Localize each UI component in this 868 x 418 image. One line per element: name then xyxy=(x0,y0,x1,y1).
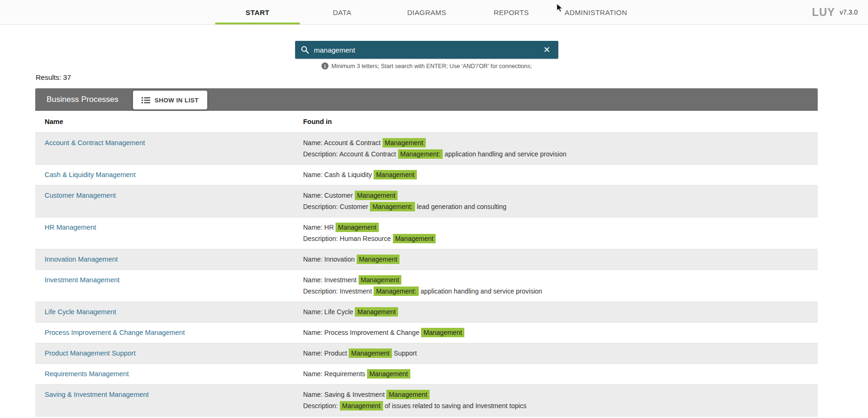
table-row: Innovation ManagementName: Innovation Ma… xyxy=(35,249,818,270)
show-in-list-button[interactable]: SHOW IN LIST xyxy=(133,91,207,109)
found-in-text: lead generation and consulting xyxy=(415,203,507,210)
table-row: Process Improvement & Change ManagementN… xyxy=(35,323,818,343)
column-header-found-in: Found in xyxy=(303,118,818,125)
section-title: Business Processes xyxy=(47,95,118,104)
found-in-line: Name: Account & Contract Management xyxy=(303,137,808,148)
app-logo: LUY xyxy=(812,6,835,19)
found-in-line: Name: Requirements Management xyxy=(303,368,808,379)
table-row: Product Management SupportName: Product … xyxy=(35,343,818,364)
found-in-text: Description: Investment xyxy=(303,287,374,295)
tab-diagrams[interactable]: DIAGRAMS xyxy=(384,0,469,24)
found-in-cell: Name: Customer ManagementDescription: Cu… xyxy=(303,190,818,212)
found-in-line: Name: Saving & Investment Management xyxy=(303,389,808,400)
search-term-highlight: Management xyxy=(393,234,436,243)
found-in-text: Name: Customer xyxy=(303,192,355,199)
found-in-line: Name: Product Management Support xyxy=(303,348,808,359)
found-in-cell: Name: Process Improvement & Change Manag… xyxy=(303,327,818,338)
section-header-bar: Business Processes SHOW IN LIST xyxy=(35,88,818,111)
search-term-highlight: Management xyxy=(374,170,417,179)
table-row: Investment ManagementName: Investment Ma… xyxy=(35,270,818,302)
clear-search-icon[interactable]: ✕ xyxy=(541,45,553,55)
search-term-highlight: Management xyxy=(349,348,392,358)
found-in-cell: Name: Investment ManagementDescription: … xyxy=(303,274,818,297)
found-in-cell: Name: Saving & Investment ManagementDesc… xyxy=(303,389,818,411)
search-term-highlight: Management xyxy=(383,138,426,147)
process-name-link[interactable]: Account & Contract Management xyxy=(35,137,303,148)
mouse-cursor-icon xyxy=(556,3,563,13)
app-version: v7.3.0 xyxy=(840,8,858,16)
found-in-line: Name: HR Management xyxy=(303,222,808,233)
process-name-link[interactable]: Customer Management xyxy=(35,190,303,201)
process-name-link[interactable]: Investment Management xyxy=(35,274,303,286)
search-term-highlight: Management xyxy=(421,328,464,337)
found-in-cell: Name: Cash & Liquidity Management xyxy=(303,169,818,180)
found-in-text: Name: Requirements xyxy=(303,370,367,378)
table-row: Requirements ManagementName: Requirement… xyxy=(35,364,818,385)
process-name-link[interactable]: Innovation Management xyxy=(35,254,303,265)
search-term-highlight: Management xyxy=(355,307,398,317)
found-in-text: Name: HR xyxy=(303,224,336,231)
search-term-highlight: Management xyxy=(355,191,398,200)
found-in-line: Name: Innovation Management xyxy=(303,254,808,265)
process-name-link[interactable]: Cash & Liquidity Management xyxy=(35,169,303,180)
found-in-line: Name: Process Improvement & Change Manag… xyxy=(303,327,808,338)
tab-administration[interactable]: ADMINISTRATION xyxy=(554,0,638,24)
found-in-line: Name: Investment Management xyxy=(303,274,808,286)
search-term-highlight: Management: xyxy=(374,286,419,296)
table-row: Customer ManagementName: Customer Manage… xyxy=(35,186,818,217)
search-term-highlight: Management: xyxy=(370,202,415,211)
process-name-link[interactable]: HR Management xyxy=(35,222,303,233)
column-header-name: Name xyxy=(35,118,303,125)
found-in-line: Description: Human Resource Management xyxy=(303,233,808,244)
info-icon: i xyxy=(321,62,328,70)
table-row: Life Cycle ManagementName: Life Cycle Ma… xyxy=(35,302,818,323)
found-in-text: Name: Investment xyxy=(303,276,359,284)
found-in-line: Description: Customer Management: lead g… xyxy=(303,201,808,212)
search-term-highlight: Management xyxy=(340,401,383,410)
found-in-text: Name: Process Improvement & Change xyxy=(303,329,421,336)
found-in-cell: Name: HR ManagementDescription: Human Re… xyxy=(303,222,818,244)
list-icon xyxy=(141,97,150,104)
found-in-cell: Name: Requirements Management xyxy=(303,368,818,379)
tab-data[interactable]: DATA xyxy=(300,0,384,24)
found-in-text: Name: Cash & Liquidity xyxy=(303,171,374,178)
search-input[interactable]: management ✕ xyxy=(295,41,558,59)
table-row: Account & Contract ManagementName: Accou… xyxy=(35,133,818,165)
found-in-text: Name: Innovation xyxy=(303,255,357,263)
found-in-text: application handling and service provisi… xyxy=(443,150,566,158)
show-in-list-label: SHOW IN LIST xyxy=(155,97,199,104)
found-in-text: Name: Product xyxy=(303,349,349,357)
found-in-cell: Name: Account & Contract ManagementDescr… xyxy=(303,137,818,160)
found-in-text: Description: Human Resource xyxy=(303,235,393,242)
search-term-highlight: Management xyxy=(359,275,402,285)
found-in-text: Description: Customer xyxy=(303,203,370,210)
process-name-link[interactable]: Life Cycle Management xyxy=(35,306,303,317)
process-name-link[interactable]: Product Management Support xyxy=(35,348,303,359)
found-in-text: Description: xyxy=(303,402,340,410)
table-body: Account & Contract ManagementName: Accou… xyxy=(35,133,818,417)
found-in-line: Description: Account & Contract Manageme… xyxy=(303,148,808,160)
found-in-line: Name: Customer Management xyxy=(303,190,808,201)
search-term-highlight: Management: xyxy=(398,149,443,159)
tab-start[interactable]: START xyxy=(215,0,300,24)
tab-reports[interactable]: REPORTS xyxy=(469,0,554,24)
found-in-cell: Name: Life Cycle Management xyxy=(303,306,818,317)
table-row: Saving & Investment ManagementName: Savi… xyxy=(35,385,818,417)
process-name-link[interactable]: Saving & Investment Management xyxy=(35,389,303,400)
results-count: Results: 37 xyxy=(36,73,71,81)
table-row: Cash & Liquidity ManagementName: Cash & … xyxy=(35,165,818,186)
brand: LUY v7.3.0 xyxy=(812,0,858,24)
found-in-text: Support xyxy=(392,349,417,357)
process-name-link[interactable]: Requirements Management xyxy=(35,368,303,379)
found-in-line: Name: Life Cycle Management xyxy=(303,306,808,317)
table-header-row: Name Found in xyxy=(35,111,818,133)
found-in-cell: Name: Product Management Support xyxy=(303,348,818,359)
search-query-text: management xyxy=(314,46,541,54)
found-in-text: Name: Saving & Investment xyxy=(303,391,386,398)
search-term-highlight: Management xyxy=(386,390,430,399)
found-in-text: Description: Account & Contract xyxy=(303,150,398,158)
process-name-link[interactable]: Process Improvement & Change Management xyxy=(35,327,303,338)
search-area: management ✕ i Minimum 3 letters; Start … xyxy=(295,41,558,70)
results-card: Business Processes SHOW IN LIST Name Fou… xyxy=(35,88,818,417)
found-in-text: Name: Life Cycle xyxy=(303,308,355,316)
